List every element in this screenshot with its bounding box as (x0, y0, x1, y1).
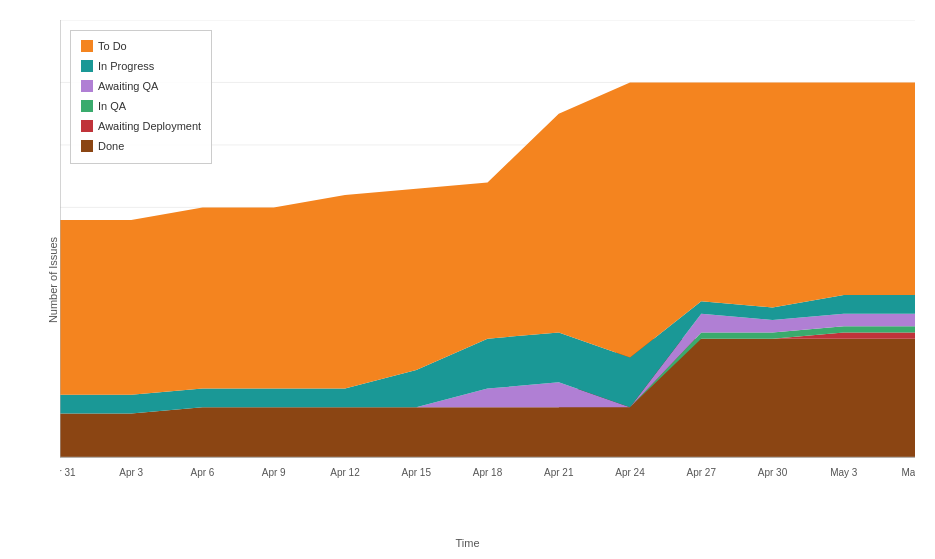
chart-area: 70 60 50 40 30 20 10 0 (60, 20, 915, 499)
legend-color-todo (81, 40, 93, 52)
svg-text:Apr 30: Apr 30 (758, 467, 788, 478)
legend-color-awaitingqa (81, 80, 93, 92)
legend-item-done: Done (81, 137, 201, 155)
svg-text:Mar 31: Mar 31 (60, 467, 76, 478)
legend-item-awaitingdeploy: Awaiting Deployment (81, 117, 201, 135)
legend-label-done: Done (98, 137, 124, 155)
legend-item-inqa: In QA (81, 97, 201, 115)
legend-color-awaitingdeploy (81, 120, 93, 132)
legend-item-awaitingqa: Awaiting QA (81, 77, 201, 95)
legend-item-todo: To Do (81, 37, 201, 55)
svg-text:Apr 27: Apr 27 (687, 467, 717, 478)
legend-label-awaitingqa: Awaiting QA (98, 77, 158, 95)
svg-text:Apr 9: Apr 9 (262, 467, 286, 478)
svg-text:May 3: May 3 (830, 467, 858, 478)
chart-container: Number of Issues Time (0, 0, 935, 559)
svg-text:Apr 24: Apr 24 (615, 467, 645, 478)
legend-color-inprogress (81, 60, 93, 72)
chart-legend: To Do In Progress Awaiting QA In QA Awai… (70, 30, 212, 164)
svg-text:Apr 18: Apr 18 (473, 467, 503, 478)
legend-label-awaitingdeploy: Awaiting Deployment (98, 117, 201, 135)
legend-item-inprogress: In Progress (81, 57, 201, 75)
svg-text:Apr 6: Apr 6 (191, 467, 215, 478)
legend-label-inqa: In QA (98, 97, 126, 115)
legend-color-inqa (81, 100, 93, 112)
svg-text:Apr 15: Apr 15 (402, 467, 432, 478)
svg-text:Apr 3: Apr 3 (119, 467, 143, 478)
svg-text:Apr 12: Apr 12 (330, 467, 360, 478)
svg-text:May 6: May 6 (901, 467, 915, 478)
x-axis-label: Time (455, 537, 479, 549)
legend-color-done (81, 140, 93, 152)
svg-text:Apr 21: Apr 21 (544, 467, 574, 478)
y-axis-label: Number of Issues (47, 236, 59, 322)
legend-label-todo: To Do (98, 37, 127, 55)
legend-label-inprogress: In Progress (98, 57, 154, 75)
